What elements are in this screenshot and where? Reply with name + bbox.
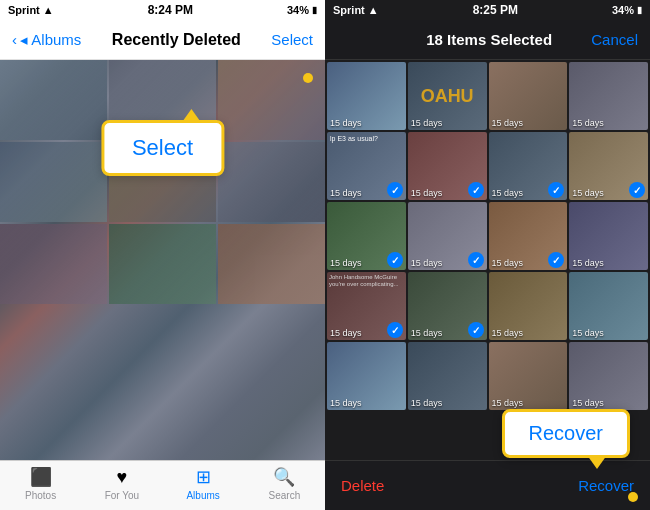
photo-cell-15[interactable]: 15 days — [489, 272, 568, 340]
photo-label-5: 15 days — [330, 188, 362, 198]
photo-cell-2[interactable]: OAHU 15 days — [408, 62, 487, 130]
photo-label-12: 15 days — [572, 258, 604, 268]
nav-bar-right: 18 Items Selected Cancel — [325, 20, 650, 60]
time-left: 8:24 PM — [148, 3, 193, 17]
status-bar-right: Sprint ▲ 8:25 PM 34% ▮ — [325, 0, 650, 20]
battery-icon-right: ▮ — [637, 5, 642, 15]
tab-albums[interactable]: ⊞ Albums — [163, 466, 244, 501]
check-badge-6: ✓ — [468, 182, 484, 198]
photo-label-16: 15 days — [572, 328, 604, 338]
photo-cell-14[interactable]: 15 days ✓ — [408, 272, 487, 340]
photo-grid-left: Select — [0, 60, 325, 460]
time-right: 8:25 PM — [473, 3, 518, 17]
carrier-left: Sprint — [8, 4, 40, 16]
photo-grid-right: 15 days OAHU 15 days 15 days 15 days lp … — [325, 60, 650, 460]
photo-cell-13[interactable]: John Handsome McGuireyou're over complic… — [327, 272, 406, 340]
photo-cell-10[interactable]: 15 days ✓ — [408, 202, 487, 270]
photo-cell-12[interactable]: 15 days — [569, 202, 648, 270]
photo-label-19: 15 days — [492, 398, 524, 408]
photos-icon: ⬛ — [30, 466, 52, 488]
photo-cell-18[interactable]: 15 days — [408, 342, 487, 410]
photo-cell-20[interactable]: 15 days — [569, 342, 648, 410]
select-tooltip: Select — [101, 120, 224, 176]
photo-label-20: 15 days — [572, 398, 604, 408]
left-panel: Sprint ▲ 8:24 PM 34% ▮ ‹ ◂ Albums Recent… — [0, 0, 325, 510]
wifi-icon-left: ▲ — [43, 4, 54, 16]
check-badge-5: ✓ — [387, 182, 403, 198]
tab-for-you[interactable]: ♥ For You — [81, 466, 162, 501]
check-badge-10: ✓ — [468, 252, 484, 268]
check-badge-9: ✓ — [387, 252, 403, 268]
tab-search[interactable]: 🔍 Search — [244, 466, 325, 501]
recover-dot — [628, 492, 638, 502]
photo-cell-19[interactable]: 15 days — [489, 342, 568, 410]
cancel-button-right[interactable]: Cancel — [591, 31, 638, 48]
photo-cell-1[interactable]: 15 days — [327, 62, 406, 130]
battery-pct-right: 34% — [612, 4, 634, 16]
tab-bar-left: ⬛ Photos ♥ For You ⊞ Albums 🔍 Search — [0, 460, 325, 510]
photo-cell-8[interactable]: 15 days ✓ — [569, 132, 648, 200]
check-badge-7: ✓ — [548, 182, 564, 198]
photo-label-14: 15 days — [411, 328, 443, 338]
photo-label-6: 15 days — [411, 188, 443, 198]
photo-cell-16[interactable]: 15 days — [569, 272, 648, 340]
battery-pct-left: 34% — [287, 4, 309, 16]
nav-bar-left: ‹ ◂ Albums Recently Deleted Select — [0, 20, 325, 60]
photo-cell-6[interactable]: 15 days ✓ — [408, 132, 487, 200]
photo-label-1: 15 days — [330, 118, 362, 128]
photo-label-4: 15 days — [572, 118, 604, 128]
status-bar-left: Sprint ▲ 8:24 PM 34% ▮ — [0, 0, 325, 20]
photo-cell-7[interactable]: 15 days ✓ — [489, 132, 568, 200]
albums-icon: ⊞ — [192, 466, 214, 488]
check-badge-13: ✓ — [387, 322, 403, 338]
recover-button[interactable]: Recover — [578, 477, 634, 494]
photo-label-18: 15 days — [411, 398, 443, 408]
tab-photos-label: Photos — [25, 490, 56, 501]
check-badge-11: ✓ — [548, 252, 564, 268]
photo-label-15: 15 days — [492, 328, 524, 338]
tab-for-you-label: For You — [105, 490, 139, 501]
back-label-left: ◂ Albums — [20, 31, 81, 49]
photo-cell-3[interactable]: 15 days — [489, 62, 568, 130]
photo-label-17: 15 days — [330, 398, 362, 408]
wifi-icon-right: ▲ — [368, 4, 379, 16]
photo-label-8: 15 days — [572, 188, 604, 198]
status-right-left: 34% ▮ — [287, 4, 317, 16]
status-left-right: Sprint ▲ — [333, 4, 379, 16]
status-right-right: 34% ▮ — [612, 4, 642, 16]
nav-title-left: Recently Deleted — [112, 31, 241, 49]
delete-button[interactable]: Delete — [341, 477, 384, 494]
photo-cell-11[interactable]: 15 days ✓ — [489, 202, 568, 270]
photo-label-9: 15 days — [330, 258, 362, 268]
tooltip-dot — [303, 73, 313, 83]
status-left: Sprint ▲ — [8, 4, 54, 16]
tab-albums-label: Albums — [186, 490, 219, 501]
recover-tooltip: Recover — [502, 409, 630, 458]
recover-tooltip-label: Recover — [529, 422, 603, 444]
photo-label-7: 15 days — [492, 188, 524, 198]
nav-title-right: 18 Items Selected — [426, 31, 552, 48]
photo-label-13: 15 days — [330, 328, 362, 338]
tab-photos[interactable]: ⬛ Photos — [0, 466, 81, 501]
tab-search-label: Search — [269, 490, 301, 501]
photo-cell-4[interactable]: 15 days — [569, 62, 648, 130]
for-you-icon: ♥ — [111, 466, 133, 488]
photo-cell-5[interactable]: lp E3 as usual? 15 days ✓ — [327, 132, 406, 200]
photo-cell-9[interactable]: 15 days ✓ — [327, 202, 406, 270]
back-button-left[interactable]: ‹ ◂ Albums — [12, 31, 81, 49]
photo-label-10: 15 days — [411, 258, 443, 268]
action-bar-right: Delete Recover Recover — [325, 460, 650, 510]
check-badge-8: ✓ — [629, 182, 645, 198]
right-panel: Sprint ▲ 8:25 PM 34% ▮ 18 Items Selected… — [325, 0, 650, 510]
back-chevron-left: ‹ — [12, 31, 17, 48]
select-button-left[interactable]: Select — [271, 31, 313, 48]
photo-label-11: 15 days — [492, 258, 524, 268]
check-badge-14: ✓ — [468, 322, 484, 338]
photo-label-3: 15 days — [492, 118, 524, 128]
battery-icon-left: ▮ — [312, 5, 317, 15]
tooltip-label: Select — [132, 135, 193, 160]
search-icon: 🔍 — [273, 466, 295, 488]
photo-label-2: 15 days — [411, 118, 443, 128]
photo-cell-17[interactable]: 15 days — [327, 342, 406, 410]
carrier-right: Sprint — [333, 4, 365, 16]
